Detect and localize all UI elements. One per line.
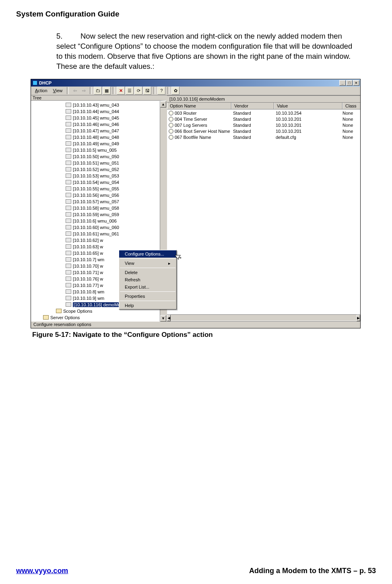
ctx-configure-options[interactable]: Configure Options... bbox=[119, 250, 176, 258]
reservation-icon bbox=[66, 148, 71, 152]
option-class: None bbox=[342, 129, 360, 134]
reservation-icon bbox=[66, 251, 71, 255]
ctx-delete[interactable]: Delete bbox=[119, 269, 176, 276]
close-button[interactable]: × bbox=[353, 80, 359, 86]
back-button[interactable]: ⇦ bbox=[71, 87, 79, 95]
column-headers[interactable]: Option Name Vendor Value Class bbox=[167, 103, 360, 109]
scroll-up-icon[interactable]: ▲ bbox=[160, 101, 166, 107]
option-row[interactable]: 007 Log ServersStandard10.10.10.201None bbox=[167, 122, 360, 128]
tree-item[interactable]: [10.10.10.44] wmu_044 bbox=[32, 108, 160, 115]
footer-right: Adding a Modem to the XMTS – p. 53 bbox=[249, 567, 376, 575]
option-value: 10.10.10.201 bbox=[274, 129, 342, 134]
export-button[interactable]: 🖫 bbox=[143, 87, 151, 95]
tree-item[interactable]: [10.10.10.52] wmu_052 bbox=[32, 166, 160, 173]
tree-item-label: [10.10.10.47] wmu_047 bbox=[73, 128, 119, 133]
menu-view[interactable]: View bbox=[51, 87, 65, 94]
option-vendor: Standard bbox=[231, 123, 274, 128]
tree-item[interactable]: [10.10.10.63] w bbox=[32, 244, 160, 250]
app-icon bbox=[33, 80, 37, 85]
extra-button[interactable]: ✿ bbox=[171, 87, 179, 95]
tree-item-label: [10.10.10.63] w bbox=[73, 244, 103, 249]
tree-item[interactable]: [10.10.10.57] wmu_057 bbox=[32, 198, 160, 205]
tree-item[interactable]: [10.10.10.5] wmu_005 bbox=[32, 147, 160, 153]
tree-item[interactable]: [10.10.10.6] wmu_006 bbox=[32, 218, 160, 224]
scroll-left-icon[interactable]: ◀ bbox=[167, 315, 171, 321]
ctx-export[interactable]: Export List... bbox=[119, 283, 176, 291]
tree-item[interactable]: [10.10.10.45] wmu_045 bbox=[32, 115, 160, 121]
tree-item[interactable]: [10.10.10.50] wmu_050 bbox=[32, 153, 160, 160]
option-class: None bbox=[342, 111, 360, 116]
tree-item-label: [10.10.10.57] wmu_057 bbox=[73, 199, 119, 204]
col-class[interactable]: Class bbox=[342, 103, 360, 109]
properties-button[interactable]: ☰ bbox=[126, 87, 134, 95]
option-row[interactable]: 066 Boot Server Host NameStandard10.10.1… bbox=[167, 128, 360, 134]
tree-item[interactable]: [10.10.10.59] wmu_059 bbox=[32, 211, 160, 218]
option-vendor: Standard bbox=[231, 129, 274, 134]
tree-item[interactable]: [10.10.10.56] wmu_056 bbox=[32, 192, 160, 198]
help-button[interactable]: ? bbox=[157, 87, 165, 95]
forward-button[interactable]: ⇨ bbox=[80, 87, 88, 95]
list-hscrollbar[interactable]: ◀ ▶ bbox=[167, 314, 360, 321]
reservation-icon bbox=[66, 212, 71, 217]
maximize-button[interactable]: □ bbox=[346, 80, 353, 86]
col-value[interactable]: Value bbox=[274, 103, 342, 109]
reservation-icon bbox=[66, 238, 71, 242]
delete-button[interactable]: ✕ bbox=[117, 87, 125, 95]
tree-item-label: [10.10.10.53] wmu_053 bbox=[73, 173, 119, 178]
tree-item[interactable]: [10.10.10.54] wmu_054 bbox=[32, 179, 160, 186]
menu-action[interactable]: Action bbox=[33, 87, 50, 94]
step-number: 5. bbox=[56, 31, 80, 41]
tree-item[interactable]: [10.10.10.55] wmu_055 bbox=[32, 186, 160, 192]
option-icon bbox=[169, 117, 173, 122]
tree-item[interactable]: [10.10.10.62] w bbox=[32, 237, 160, 244]
tree-item[interactable]: [10.10.10.49] wmu_049 bbox=[32, 140, 160, 147]
reservation-icon bbox=[66, 219, 71, 223]
col-vendor[interactable]: Vendor bbox=[231, 103, 274, 109]
ctx-view[interactable]: View▸ bbox=[119, 260, 176, 267]
doc-title: System Configuration Guide bbox=[16, 10, 376, 19]
tree-item[interactable]: [10.10.10.48] wmu_048 bbox=[32, 134, 160, 140]
tree-item[interactable]: [10.10.10.43] wmu_043 bbox=[32, 102, 160, 108]
tree-item[interactable]: [10.10.10.53] wmu_053 bbox=[32, 173, 160, 179]
reservation-icon bbox=[66, 283, 71, 287]
option-row[interactable]: 067 Bootfile NameStandarddefault.cfgNone bbox=[167, 134, 360, 140]
scroll-right-icon[interactable]: ▶ bbox=[357, 315, 360, 321]
tree-item-label: [10.10.10.65] w bbox=[73, 251, 103, 256]
tree-header[interactable]: Tree bbox=[31, 95, 166, 101]
reservation-icon bbox=[66, 122, 71, 126]
minimize-button[interactable]: _ bbox=[339, 80, 346, 86]
reservation-icon bbox=[66, 193, 71, 197]
option-row[interactable]: 003 RouterStandard10.10.10.254None bbox=[167, 110, 360, 116]
reservation-icon bbox=[66, 180, 71, 184]
toolbar-divider bbox=[67, 87, 69, 94]
tree-item[interactable]: [10.10.10.46] wmu_046 bbox=[32, 121, 160, 128]
tree-item-label: [10.10.10.6] wmu_006 bbox=[73, 219, 117, 223]
option-row[interactable]: 004 Time ServerStandard10.10.10.201None bbox=[167, 116, 360, 122]
option-name: 067 Bootfile Name bbox=[175, 135, 211, 140]
up-folder-button[interactable]: 🗀 bbox=[94, 87, 102, 95]
scroll-down-icon[interactable]: ▼ bbox=[160, 315, 166, 322]
tree-item-label: [10.10.10.7] wm bbox=[73, 257, 104, 262]
tree-item[interactable]: [10.10.10.60] wmu_060 bbox=[32, 224, 160, 231]
tree-item[interactable]: [10.10.10.51] wmu_051 bbox=[32, 160, 160, 166]
option-icon bbox=[169, 129, 173, 134]
tree-item[interactable]: [10.10.10.61] wmu_061 bbox=[32, 231, 160, 237]
ctx-refresh[interactable]: Refresh bbox=[119, 276, 176, 283]
reservation-icon bbox=[66, 270, 71, 274]
ctx-divider bbox=[120, 258, 175, 259]
footer-link[interactable]: www.vyyo.com bbox=[16, 567, 68, 575]
reservation-icon bbox=[66, 128, 71, 133]
tree-server-options[interactable]: Server Options bbox=[32, 314, 160, 321]
show-hide-button[interactable]: ▦ bbox=[103, 87, 111, 95]
col-option-name[interactable]: Option Name bbox=[167, 103, 231, 109]
folder-icon bbox=[43, 315, 49, 320]
tree-item-label: [10.10.10.49] wmu_049 bbox=[73, 141, 119, 146]
ctx-properties[interactable]: Properties bbox=[119, 293, 176, 300]
refresh-button[interactable]: ⟳ bbox=[134, 87, 142, 95]
tree-item[interactable]: [10.10.10.58] wmu_058 bbox=[32, 205, 160, 211]
ctx-help[interactable]: Help bbox=[119, 302, 176, 309]
reservation-icon bbox=[66, 186, 71, 191]
tree-item-label: [10.10.10.50] wmu_050 bbox=[73, 154, 119, 159]
tree-item[interactable]: [10.10.10.47] wmu_047 bbox=[32, 128, 160, 134]
reservation-icon bbox=[66, 116, 71, 120]
